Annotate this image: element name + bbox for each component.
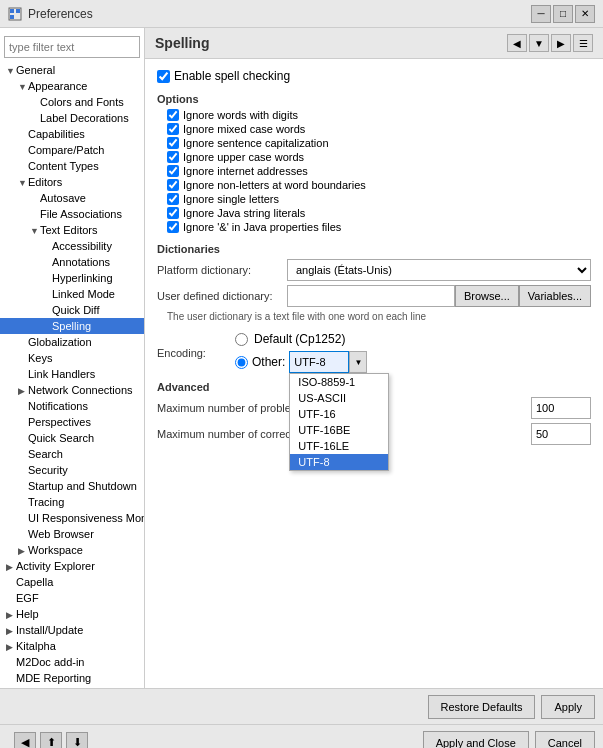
footer-icon3[interactable]: ⬇ <box>66 732 88 749</box>
cancel-button[interactable]: Cancel <box>535 731 595 749</box>
enable-spell-checkbox[interactable] <box>157 70 170 83</box>
encoding-default-radio[interactable] <box>235 333 248 346</box>
advanced-input-1[interactable] <box>531 423 591 445</box>
option-checkbox-ignore-digits[interactable] <box>167 109 179 121</box>
encoding-option-utf16le[interactable]: UTF-16LE <box>290 438 388 454</box>
sidebar-item-globalization[interactable]: Globalization <box>0 334 144 350</box>
sidebar-item-security[interactable]: Security <box>0 462 144 478</box>
option-label-ignore-single: Ignore single letters <box>183 193 279 205</box>
sidebar-item-general[interactable]: ▼General <box>0 62 144 78</box>
sidebar-item-spelling[interactable]: Spelling <box>0 318 144 334</box>
sidebar-item-help[interactable]: ▶Help <box>0 606 144 622</box>
sidebar-item-link-handlers[interactable]: Link Handlers <box>0 366 144 382</box>
encoding-value-input[interactable] <box>289 351 349 373</box>
sidebar-item-capabilities[interactable]: Capabilities <box>0 126 144 142</box>
sidebar-item-m2doc-add-in[interactable]: M2Doc add-in <box>0 654 144 670</box>
sidebar-item-keys[interactable]: Keys <box>0 350 144 366</box>
encoding-label: Encoding: <box>157 347 227 359</box>
maximize-button[interactable]: □ <box>553 5 573 23</box>
nav-menu-button[interactable]: ☰ <box>573 34 593 52</box>
sidebar-item-annotations[interactable]: Annotations <box>0 254 144 270</box>
dictionaries-title: Dictionaries <box>157 243 591 255</box>
sidebar-item-content-types[interactable]: Content Types <box>0 158 144 174</box>
option-checkbox-ignore-string-literals[interactable] <box>167 207 179 219</box>
sidebar-item-accessibility[interactable]: Accessibility <box>0 238 144 254</box>
sidebar-item-compare-patch[interactable]: Compare/Patch <box>0 142 144 158</box>
svg-rect-2 <box>16 9 20 13</box>
sidebar-item-appearance[interactable]: ▼Appearance <box>0 78 144 94</box>
sidebar-item-network-connections[interactable]: ▶Network Connections <box>0 382 144 398</box>
encoding-option-utf16be[interactable]: UTF-16BE <box>290 422 388 438</box>
option-checkbox-ignore-single[interactable] <box>167 193 179 205</box>
platform-dict-select[interactable]: anglais (États-Unis) <box>287 259 591 281</box>
option-row-ignore-mixed-case: Ignore mixed case words <box>167 123 591 135</box>
encoding-other-label: Other: <box>252 355 285 369</box>
sidebar-item-egf[interactable]: EGF <box>0 590 144 606</box>
option-row-ignore-upper-case: Ignore upper case words <box>167 151 591 163</box>
filter-input[interactable] <box>4 36 140 58</box>
sidebar-item-colors-fonts[interactable]: Colors and Fonts <box>0 94 144 110</box>
option-label-ignore-digits: Ignore words with digits <box>183 109 298 121</box>
sidebar-item-activity-explorer[interactable]: ▶Activity Explorer <box>0 558 144 574</box>
apply-button[interactable]: Apply <box>541 695 595 719</box>
option-row-ignore-ampersand: Ignore '&' in Java properties files <box>167 221 591 233</box>
close-button[interactable]: ✕ <box>575 5 595 23</box>
sidebar-item-ui-responsiveness[interactable]: UI Responsiveness Monit... <box>0 510 144 526</box>
encoding-dropdown-btn[interactable]: ▼ <box>349 351 367 373</box>
encoding-option-ascii[interactable]: US-ASCII <box>290 390 388 406</box>
sidebar-item-notifications[interactable]: Notifications <box>0 398 144 414</box>
nav-back-button[interactable]: ◀ <box>507 34 527 52</box>
encoding-other-radio[interactable] <box>235 356 248 369</box>
option-checkbox-ignore-non-letters[interactable] <box>167 179 179 191</box>
content-header: Spelling ◀ ▼ ▶ ☰ <box>145 28 603 59</box>
sidebar-item-linked-mode[interactable]: Linked Mode <box>0 286 144 302</box>
option-checkbox-ignore-upper-case[interactable] <box>167 151 179 163</box>
sidebar-item-mde-reporting[interactable]: MDE Reporting <box>0 670 144 686</box>
encoding-default-label: Default (Cp1252) <box>254 332 345 346</box>
sidebar-item-tracing[interactable]: Tracing <box>0 494 144 510</box>
encoding-option-utf8[interactable]: UTF-8 <box>290 454 388 470</box>
nav-forward-button[interactable]: ▶ <box>551 34 571 52</box>
sidebar-item-perspectives[interactable]: Perspectives <box>0 414 144 430</box>
sidebar-item-hyperlinking[interactable]: Hyperlinking <box>0 270 144 286</box>
footer-bar: ◀ ⬆ ⬇ Apply and Close Cancel <box>0 724 603 748</box>
sidebar-item-editors[interactable]: ▼Editors <box>0 174 144 190</box>
footer-icon1[interactable]: ◀ <box>14 732 36 749</box>
variables-button[interactable]: Variables... <box>519 285 591 307</box>
sidebar-item-workspace[interactable]: ▶Workspace <box>0 542 144 558</box>
option-checkbox-ignore-mixed-case[interactable] <box>167 123 179 135</box>
option-checkbox-ignore-internet[interactable] <box>167 165 179 177</box>
sidebar-item-file-associations[interactable]: File Associations <box>0 206 144 222</box>
title-bar-title: Preferences <box>28 7 93 21</box>
sidebar-item-install-update[interactable]: ▶Install/Update <box>0 622 144 638</box>
user-dict-input[interactable] <box>287 285 455 307</box>
tree-view: ▼General▼AppearanceColors and FontsLabel… <box>0 62 144 688</box>
advanced-input-0[interactable] <box>531 397 591 419</box>
option-checkbox-ignore-ampersand[interactable] <box>167 221 179 233</box>
sidebar-item-capella[interactable]: Capella <box>0 574 144 590</box>
minimize-button[interactable]: ─ <box>531 5 551 23</box>
sidebar-item-quick-diff[interactable]: Quick Diff <box>0 302 144 318</box>
sidebar-item-model-validation[interactable]: ▶Model Validation <box>0 686 144 688</box>
options-title: Options <box>157 93 591 105</box>
dictionaries-section: Dictionaries Platform dictionary: anglai… <box>157 243 591 322</box>
sidebar-item-autosave[interactable]: Autosave <box>0 190 144 206</box>
sidebar-item-label-decorations[interactable]: Label Decorations <box>0 110 144 126</box>
browse-button[interactable]: Browse... <box>455 285 519 307</box>
option-checkbox-ignore-sentence-cap[interactable] <box>167 137 179 149</box>
encoding-option-utf16[interactable]: UTF-16 <box>290 406 388 422</box>
sidebar-item-search[interactable]: Search <box>0 446 144 462</box>
option-label-ignore-non-letters: Ignore non-letters at word boundaries <box>183 179 366 191</box>
nav-dropdown-button[interactable]: ▼ <box>529 34 549 52</box>
option-row-ignore-sentence-cap: Ignore sentence capitalization <box>167 137 591 149</box>
encoding-option-iso[interactable]: ISO-8859-1 <box>290 374 388 390</box>
sidebar-item-startup-shutdown[interactable]: Startup and Shutdown <box>0 478 144 494</box>
option-label-ignore-ampersand: Ignore '&' in Java properties files <box>183 221 341 233</box>
sidebar-item-kitalpha[interactable]: ▶Kitalpha <box>0 638 144 654</box>
sidebar-item-quick-search[interactable]: Quick Search <box>0 430 144 446</box>
sidebar-item-web-browser[interactable]: Web Browser <box>0 526 144 542</box>
sidebar-item-text-editors[interactable]: ▼Text Editors <box>0 222 144 238</box>
footer-icon2[interactable]: ⬆ <box>40 732 62 749</box>
apply-and-close-button[interactable]: Apply and Close <box>423 731 529 749</box>
restore-defaults-button[interactable]: Restore Defaults <box>428 695 536 719</box>
